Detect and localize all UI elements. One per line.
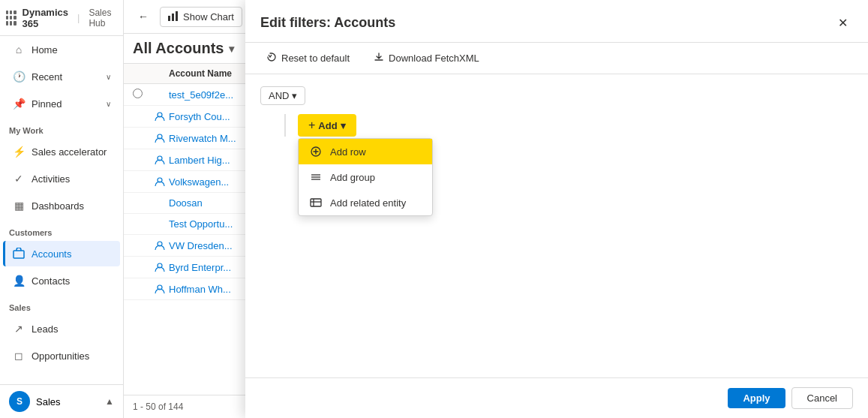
user-label: Sales [36, 396, 61, 407]
row-radio-1[interactable] [133, 89, 143, 98]
reset-icon [266, 52, 277, 65]
edit-filters-panel: Edit filters: Accounts ✕ Reset to defaul… [245, 0, 868, 418]
row-icon-4 [151, 154, 169, 166]
sidebar-item-accounts[interactable]: Accounts [3, 241, 120, 266]
reset-to-default-button[interactable]: Reset to default [260, 49, 356, 68]
sidebar-item-contacts-label: Contacts [32, 275, 70, 287]
download-label: Download FetchXML [389, 53, 479, 64]
add-related-entity-label: Add related entity [330, 197, 406, 209]
activities-icon: ✓ [12, 172, 26, 185]
sidebar-user-area[interactable]: S Sales ▲ [0, 384, 123, 418]
sidebar-item-recent-label: Recent [32, 71, 62, 83]
sidebar-item-dashboards[interactable]: ▦ Dashboards [3, 193, 120, 218]
sidebar-item-recent[interactable]: 🕐 Recent ∨ [3, 64, 120, 89]
sidebar-item-activities[interactable]: ✓ Activities [3, 166, 120, 191]
row-icon-2 [151, 110, 169, 122]
account-name-9[interactable]: Byrd Enterpr... [169, 262, 231, 273]
cancel-button[interactable]: Cancel [791, 387, 853, 409]
pin-icon: 📌 [12, 97, 26, 110]
add-group-item[interactable]: Add group [299, 164, 432, 190]
back-button[interactable]: ← [133, 6, 154, 27]
opportunities-icon: ◻ [12, 349, 26, 362]
leads-icon: ↗ [12, 322, 26, 335]
add-row-item[interactable]: Add row [299, 139, 432, 164]
home-icon: ⌂ [12, 43, 26, 56]
hub-label: Sales Hub [89, 8, 117, 29]
add-label: Add [318, 120, 337, 131]
download-icon [374, 52, 384, 65]
row-icon-10 [151, 283, 169, 295]
panel-toolbar: Reset to default Download FetchXML [245, 43, 868, 74]
sidebar-item-dashboards-label: Dashboards [32, 200, 84, 212]
pinned-chevron-icon: ∨ [106, 100, 111, 108]
section-mywork-label: My Work [0, 117, 123, 138]
title-chevron-icon[interactable]: ▾ [229, 43, 234, 55]
account-name-8[interactable]: VW Dresden... [169, 240, 233, 251]
sidebar-item-contacts[interactable]: 👤 Contacts [3, 268, 120, 293]
svg-rect-1 [168, 16, 170, 21]
user-expand-icon: ▲ [105, 396, 114, 407]
brand-divider: | [77, 12, 80, 23]
and-label: AND [269, 90, 289, 101]
dashboards-icon: ▦ [12, 199, 26, 212]
plus-icon: + [308, 119, 315, 132]
show-chart-button[interactable]: Show Chart [160, 7, 242, 27]
account-name-5[interactable]: Volkswagen... [169, 176, 229, 188]
sidebar-item-home[interactable]: ⌂ Home [3, 37, 120, 62]
add-button-container: + Add ▾ Add row [298, 114, 356, 137]
account-name-1[interactable]: test_5e09f2e... [169, 89, 233, 101]
and-button[interactable]: AND ▾ [260, 86, 305, 105]
add-row-label: Add row [330, 146, 366, 158]
add-group-icon [309, 170, 323, 184]
section-sales-label: Sales [0, 294, 123, 315]
section-customers-label: Customers [0, 219, 123, 240]
filter-indent: + Add ▾ Add row [284, 114, 853, 137]
title-text: All Accounts [133, 40, 224, 57]
add-group-label: Add group [330, 172, 375, 183]
add-dropdown-menu: Add row Add group Add related entity [298, 138, 433, 216]
account-name-3[interactable]: Riverwatch M... [169, 133, 236, 144]
grid-menu-icon[interactable] [6, 11, 17, 26]
sidebar-item-leads-label: Leads [32, 323, 58, 335]
app-brand: Dynamics 365 [23, 7, 68, 29]
sidebar-item-pinned[interactable]: 📌 Pinned ∨ [3, 91, 120, 116]
sidebar-item-opportunities[interactable]: ◻ Opportunities [3, 343, 120, 368]
account-name-2[interactable]: Forsyth Cou... [169, 111, 230, 122]
sidebar-item-activities-label: Activities [32, 173, 70, 185]
contacts-icon: 👤 [12, 274, 26, 287]
add-related-entity-item[interactable]: Add related entity [299, 190, 432, 215]
sidebar-item-accelerator-label: Sales accelerator [32, 146, 107, 158]
svg-rect-17 [311, 199, 321, 206]
account-name-7[interactable]: Test Opportu... [169, 218, 233, 230]
recent-icon: 🕐 [12, 70, 26, 83]
row-icon-5 [151, 176, 169, 188]
avatar: S [9, 391, 30, 412]
add-related-icon [309, 196, 323, 209]
add-row-icon [309, 145, 323, 158]
panel-body: AND ▾ + Add ▾ Add row [245, 74, 868, 377]
panel-footer: Apply Cancel [245, 377, 868, 418]
account-name-6[interactable]: Doosan [169, 197, 203, 209]
svg-rect-0 [14, 251, 24, 258]
accelerator-icon: ⚡ [12, 145, 26, 158]
row-icon-8 [151, 239, 169, 251]
account-name-10[interactable]: Hoffman Wh... [169, 284, 231, 295]
sidebar-item-sales-accelerator[interactable]: ⚡ Sales accelerator [3, 139, 120, 164]
and-chevron-icon: ▾ [292, 90, 297, 101]
svg-rect-2 [172, 14, 174, 21]
and-row: AND ▾ [260, 86, 853, 105]
sidebar-item-leads[interactable]: ↗ Leads [3, 316, 120, 341]
page-title: All Accounts ▾ [133, 40, 234, 57]
account-name-4[interactable]: Lambert Hig... [169, 155, 230, 166]
add-chevron-icon: ▾ [341, 120, 346, 131]
download-fetchxml-button[interactable]: Download FetchXML [368, 49, 485, 68]
reset-label: Reset to default [281, 53, 350, 64]
add-button[interactable]: + Add ▾ [298, 114, 356, 137]
row-icon-3 [151, 132, 169, 144]
close-panel-button[interactable]: ✕ [832, 12, 853, 33]
sidebar-item-home-label: Home [32, 44, 58, 56]
row-icon-9 [151, 261, 169, 273]
apply-button[interactable]: Apply [728, 388, 785, 408]
svg-rect-3 [176, 11, 178, 21]
panel-title: Edit filters: Accounts [260, 15, 395, 31]
